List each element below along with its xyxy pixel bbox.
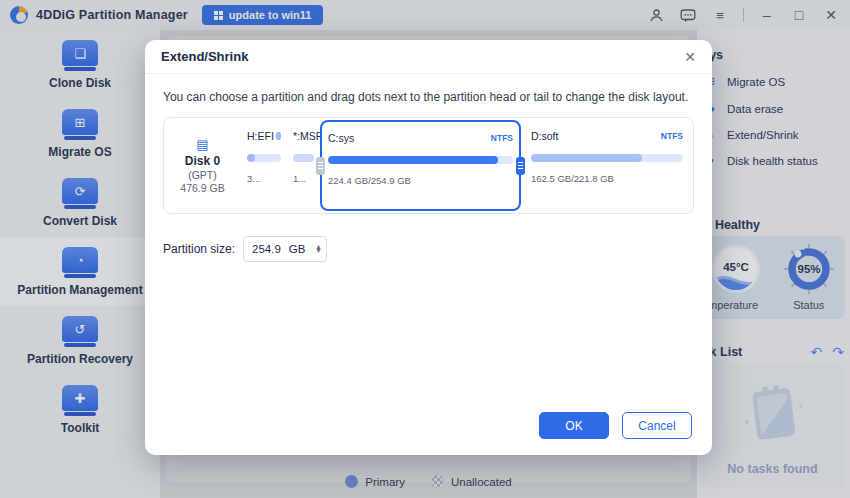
filesystem-badge: NTFS	[491, 133, 513, 143]
partition-name: D:soft	[531, 130, 558, 142]
size-stepper[interactable]: ▲ ▼	[315, 245, 322, 254]
partition-d-soft[interactable]: D:softNTFS 162.5 GB/221.8 GB	[521, 118, 693, 213]
partition-size-value: 254.9	[252, 243, 281, 255]
stepper-down-icon[interactable]: ▼	[315, 249, 322, 253]
disk-icon: ▤	[196, 138, 208, 151]
partition-bar	[328, 156, 513, 164]
filesystem-badge: NTFS	[661, 131, 683, 141]
partition-name: C:sys	[328, 132, 354, 144]
partition-size-text: 1...	[293, 173, 314, 184]
disk-type: (GPT)	[188, 169, 217, 181]
partition-c-sys-selected[interactable]: C:sysNTFS 224.4 GB/254.9 GB	[320, 120, 521, 211]
extend-shrink-dialog: Extend/Shrink ✕ You can choose a partiti…	[145, 40, 712, 455]
disk-layout-panel: ▤ Disk 0 (GPT) 476.9 GB H:EFI 3... *:MSR…	[163, 117, 694, 214]
partition-name: *:MSR	[293, 130, 323, 142]
disk-info: ▤ Disk 0 (GPT) 476.9 GB	[164, 118, 241, 213]
partition-size-input[interactable]: 254.9 GB ▲ ▼	[243, 236, 327, 262]
efi-badge-icon	[276, 132, 281, 140]
dialog-header: Extend/Shrink ✕	[145, 40, 712, 74]
disk-name: Disk 0	[185, 154, 220, 168]
partition-bar	[293, 154, 314, 162]
resize-handle-left[interactable]	[316, 157, 325, 175]
dialog-title: Extend/Shrink	[161, 49, 248, 64]
ok-button[interactable]: OK	[539, 412, 609, 439]
partition-name: H:EFI	[247, 130, 274, 142]
disk-size: 476.9 GB	[180, 182, 224, 194]
partition-efi[interactable]: H:EFI 3...	[241, 118, 287, 213]
partition-size-text: 224.4 GB/254.9 GB	[328, 175, 513, 186]
dialog-instruction: You can choose a partition and drag dots…	[163, 90, 694, 104]
resize-handle-right[interactable]	[516, 157, 525, 175]
partition-bar	[531, 154, 683, 162]
partition-size-row: Partition size: 254.9 GB ▲ ▼	[163, 236, 712, 262]
partition-size-text: 162.5 GB/221.8 GB	[531, 173, 683, 184]
partition-bar	[247, 154, 281, 162]
partition-size-unit: GB	[289, 243, 306, 255]
partition-size-label: Partition size:	[163, 242, 235, 256]
app-window: 4DDiG Partition Manager update to win11 …	[0, 0, 850, 498]
dialog-close-icon[interactable]: ✕	[684, 50, 696, 64]
cancel-button[interactable]: Cancel	[622, 412, 692, 439]
partition-size-text: 3...	[247, 173, 281, 184]
